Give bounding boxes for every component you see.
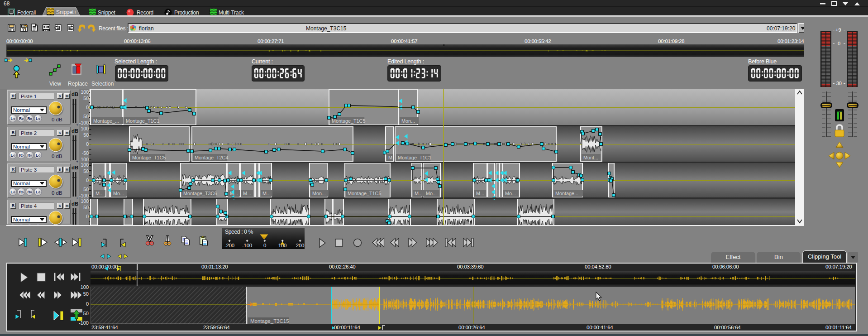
svg-text:Mon...: Mon... [401, 118, 415, 124]
svg-text:Montage...: Montage... [555, 191, 578, 196]
svg-text:L: L [11, 190, 13, 194]
svg-text:L: L [11, 116, 13, 121]
svg-text:-100: -100 [242, 243, 252, 248]
svg-text:Mon...: Mon... [312, 191, 326, 196]
svg-text:M...: M... [476, 191, 484, 196]
svg-text:R: R [19, 116, 22, 121]
svg-text:+: + [76, 159, 78, 164]
svg-text:Montage_T1C5: Montage_T1C5 [132, 155, 166, 160]
svg-text:Mont...: Mont... [583, 155, 598, 160]
svg-text:M...: M... [262, 191, 271, 196]
svg-text:L: L [36, 116, 38, 121]
svg-text:M...: M... [95, 191, 104, 196]
svg-text:Montage_...: Montage_... [93, 118, 119, 124]
svg-text:R: R [28, 116, 30, 121]
svg-text:Mo...: Mo... [505, 191, 516, 196]
svg-text:+: + [76, 123, 78, 127]
svg-text:0: 0 [263, 243, 266, 248]
svg-text:L: L [36, 190, 38, 194]
svg-text:R: R [28, 190, 30, 194]
svg-text:Montage_T1C1: Montage_T1C1 [398, 155, 431, 160]
svg-text:L: L [36, 153, 38, 158]
svg-text:R: R [19, 153, 22, 158]
svg-text:Mo...: Mo... [426, 191, 437, 196]
svg-text:Montage_T1C5: Montage_T1C5 [348, 191, 381, 196]
svg-text:Montage_T2C4: Montage_T2C4 [195, 155, 228, 160]
svg-text:Speed : 0 %: Speed : 0 % [225, 229, 253, 235]
svg-text:200: 200 [296, 243, 304, 248]
svg-text:Montage_T3C6: Montage_T3C6 [183, 191, 217, 196]
svg-text:Montage_T1C5: Montage_T1C5 [332, 118, 365, 124]
svg-text:Montage_T3C15: Montage_T3C15 [250, 318, 289, 324]
svg-text:R: R [19, 190, 22, 194]
svg-text:R: R [28, 153, 30, 158]
svg-text:Montage_T1C1: Montage_T1C1 [126, 118, 159, 124]
svg-text:Mo...: Mo... [113, 191, 124, 196]
svg-text:M...: M... [243, 191, 251, 196]
svg-text:+: + [76, 196, 78, 201]
svg-text:M...: M... [415, 191, 423, 196]
svg-text:M.: M. [388, 155, 394, 160]
svg-text:-200: -200 [224, 243, 234, 248]
svg-text:L: L [11, 153, 13, 158]
